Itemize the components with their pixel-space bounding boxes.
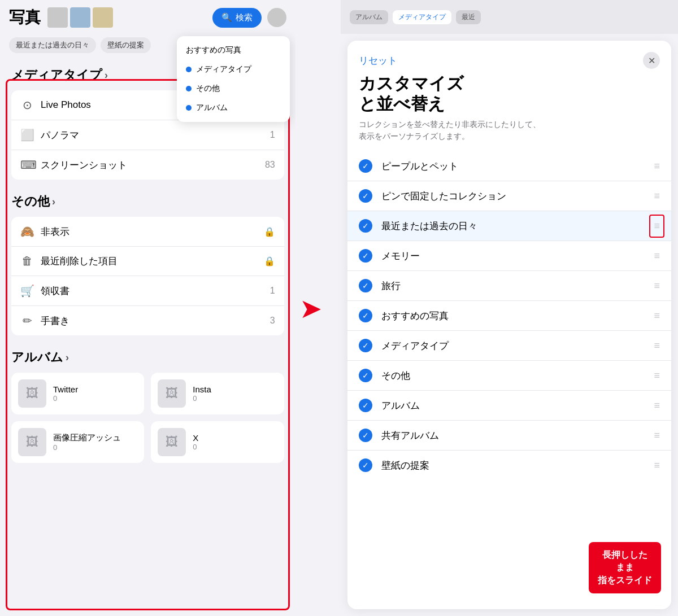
check-icon-7[interactable]: ✓ [359, 339, 372, 352]
list-item-hidden[interactable]: 🙈 非表示 🔒 [11, 217, 284, 247]
search-icon: 🔍 [221, 12, 232, 23]
top-bar: 写真 🔍 検索 おすすめの写真 メディアタイプ その他 [0, 0, 295, 35]
close-button[interactable]: ✕ [643, 52, 660, 69]
sub-btn-recent[interactable]: 最近または過去の日々 [9, 37, 96, 53]
album-name-x: X [193, 433, 277, 443]
list-item-handwriting[interactable]: ✏ 手書き 3 [11, 306, 284, 335]
album-placeholder-icon: 🖼 [166, 435, 178, 449]
modal-title: カスタマイズと並べ替え [347, 73, 671, 119]
drag-handle-10[interactable]: ≡ [654, 430, 660, 442]
lock-icon: 🔒 [264, 256, 275, 267]
album-thumb-ashu: 🖼 [18, 428, 46, 456]
right-panel: アルバム メディアタイプ 最近 リセット ✕ カスタマイズと並べ替え コレクショ… [341, 0, 678, 616]
screenshot-icon: ⌨ [20, 158, 34, 172]
drag-handle-1[interactable]: ≡ [654, 160, 660, 172]
dropdown-suggestion: おすすめの写真 メディアタイプ その他 アルバム [177, 36, 290, 122]
drag-handle-5[interactable]: ≡ [654, 280, 660, 292]
hidden-icon: 🙈 [20, 225, 34, 238]
lock-icon: 🔒 [264, 226, 275, 237]
preview-tab-active: メディアタイプ [393, 10, 451, 24]
chevron-icon: › [105, 69, 108, 81]
drag-handle-3[interactable]: ≡ [654, 220, 660, 231]
dot-icon [186, 86, 192, 91]
other-label: その他 [11, 193, 50, 210]
album-card-twitter[interactable]: 🖼 Twitter 0 [11, 373, 144, 414]
album-info-insta: Insta 0 [193, 385, 277, 403]
thumb-2 [70, 7, 90, 28]
instruction-text: 長押ししたまま指をスライド [598, 550, 652, 585]
drag-handle-wrapper-3: ≡ [654, 220, 660, 232]
reorder-label-7: メディアタイプ [381, 339, 645, 352]
dropdown-item-1[interactable]: おすすめの写真 [177, 41, 290, 60]
reorder-item-9: ✓ アルバム ≡ [347, 391, 671, 421]
panorama-label: パノラマ [41, 129, 263, 142]
thumb-3 [93, 7, 113, 28]
dropdown-label: メディアタイプ [196, 64, 251, 75]
drag-handle-11[interactable]: ≡ [654, 460, 660, 471]
check-icon-8[interactable]: ✓ [359, 369, 372, 382]
album-name-ashu: 画像圧縮アッシュ [53, 432, 137, 443]
album-card-insta[interactable]: 🖼 Insta 0 [151, 373, 284, 414]
reorder-item-2: ✓ ピンで固定したコレクション ≡ [347, 181, 671, 211]
thumb-1 [47, 7, 68, 28]
reorder-label-11: 壁紙の提案 [381, 459, 645, 472]
drag-handle-7[interactable]: ≡ [654, 340, 660, 352]
drag-handle-6[interactable]: ≡ [654, 310, 660, 322]
drag-handle-4[interactable]: ≡ [654, 250, 660, 262]
check-icon-5[interactable]: ✓ [359, 279, 372, 292]
drag-handle-9[interactable]: ≡ [654, 400, 660, 412]
album-card-ashu[interactable]: 🖼 画像圧縮アッシュ 0 [11, 421, 144, 463]
dropdown-item-4[interactable]: アルバム [177, 98, 290, 117]
panorama-value: 1 [270, 130, 275, 140]
reorder-item-10: ✓ 共有アルバム ≡ [347, 421, 671, 451]
reset-button[interactable]: リセット [359, 54, 397, 67]
sub-btn-wallpaper[interactable]: 壁紙の提案 [101, 37, 151, 53]
reorder-label-10: 共有アルバム [381, 429, 645, 442]
album-count-insta: 0 [193, 394, 277, 403]
reorder-item-11: ✓ 壁紙の提案 ≡ [347, 451, 671, 480]
media-type-label: メディアタイプ [11, 67, 102, 84]
search-button[interactable]: 🔍 検索 [212, 8, 262, 28]
reorder-item-1: ✓ ピープルとペット ≡ [347, 151, 671, 181]
reorder-list: ✓ ピープルとペット ≡ ✓ ピンで固定したコレクション ≡ ✓ 最近または過去… [347, 151, 671, 609]
receipts-icon: 🛒 [20, 284, 34, 298]
album-card-x[interactable]: 🖼 X 0 [151, 421, 284, 463]
modal-subtitle: コレクションを並べ替えたり非表示にしたりして、表示をパーソナライズします。 [347, 119, 671, 151]
reorder-label-6: おすすめの写真 [381, 309, 645, 322]
drag-handle-8[interactable]: ≡ [654, 370, 660, 382]
drag-handle-2[interactable]: ≡ [654, 190, 660, 202]
handwriting-label: 手書き [41, 314, 263, 327]
album-count-twitter: 0 [53, 394, 137, 403]
list-item-receipts[interactable]: 🛒 領収書 1 [11, 276, 284, 306]
check-icon-4[interactable]: ✓ [359, 249, 372, 263]
search-label: 検索 [236, 12, 253, 23]
panorama-icon: ⬜ [20, 128, 34, 142]
reorder-label-9: アルバム [381, 399, 645, 412]
list-item-panorama[interactable]: ⬜ パノラマ 1 [11, 120, 284, 150]
album-grid: 🖼 Twitter 0 🖼 Insta 0 🖼 [11, 373, 284, 463]
left-panel: 写真 🔍 検索 おすすめの写真 メディアタイプ その他 [0, 0, 295, 616]
dropdown-label: アルバム [196, 103, 228, 113]
list-item-screenshot[interactable]: ⌨ スクリーンショット 83 [11, 150, 284, 180]
list-item-recently-deleted[interactable]: 🗑 最近削除した項目 🔒 [11, 247, 284, 276]
album-label: アルバム [11, 349, 63, 366]
dropdown-item-2[interactable]: メディアタイプ [177, 60, 290, 79]
dropdown-item-3[interactable]: その他 [177, 79, 290, 98]
check-icon-3[interactable]: ✓ [359, 219, 372, 233]
recently-deleted-label: 最近削除した項目 [41, 255, 257, 268]
check-icon-11[interactable]: ✓ [359, 458, 372, 472]
reorder-item-4: ✓ メモリー ≡ [347, 241, 671, 271]
check-icon-6[interactable]: ✓ [359, 309, 372, 322]
check-icon-9[interactable]: ✓ [359, 399, 372, 412]
preview-tab-1: アルバム [350, 10, 388, 24]
album-section-header[interactable]: アルバム › [11, 349, 284, 366]
check-icon-10[interactable]: ✓ [359, 429, 372, 442]
check-icon-2[interactable]: ✓ [359, 189, 372, 203]
dropdown-label: その他 [196, 84, 220, 94]
check-icon-1[interactable]: ✓ [359, 159, 372, 173]
modal-card: リセット ✕ カスタマイズと並べ替え コレクションを並べ替えたり非表示にしたりし… [347, 41, 671, 609]
album-thumb-insta: 🖼 [158, 379, 186, 408]
preview-tab-2: 最近 [456, 10, 481, 24]
album-thumb-x: 🖼 [158, 428, 186, 456]
other-section-header[interactable]: その他 › [11, 193, 284, 210]
